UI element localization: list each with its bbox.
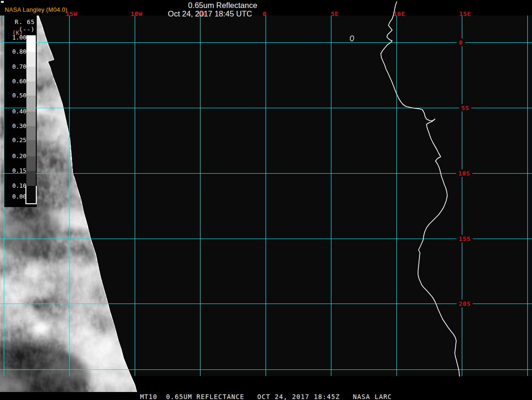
lon-label-10E: 10E (394, 10, 405, 17)
satellite-display: 15W10W5W05E10E15E 05S10S15S20S NASA Lang… (0, 0, 532, 400)
lon-label-0: 0 (263, 10, 266, 17)
source-label: NASA Langley (M04.0) (5, 7, 67, 13)
bright-cumulus-patch (59, 276, 97, 308)
map-canvas: 15W10W5W05E10E15E 05S10S15S20S (0, 0, 532, 400)
corner-artifact (1, 1, 4, 3)
page-title: 0.65um Reflectance (188, 1, 258, 10)
lon-label-10W: 10W (131, 10, 143, 17)
legend-panel (4, 16, 37, 207)
timestamp-title: Oct 24, 2017 18:45 UTC (168, 9, 252, 18)
lon-label-15W: 15W (66, 10, 78, 17)
lon-label-5E: 5E (331, 10, 339, 17)
lat-label-10S: 10S (459, 170, 470, 177)
lon-label-15E: 15E (459, 10, 471, 17)
lat-label-5S: 5S (461, 104, 469, 112)
lat-label-15S: 15S (459, 235, 471, 242)
footer-caption: MT10 0.65UM REFLECTANCE OCT 24, 2017 18:… (0, 393, 532, 400)
lat-label-20S: 20S (459, 300, 471, 307)
lat-label-0: 0 (459, 39, 463, 46)
